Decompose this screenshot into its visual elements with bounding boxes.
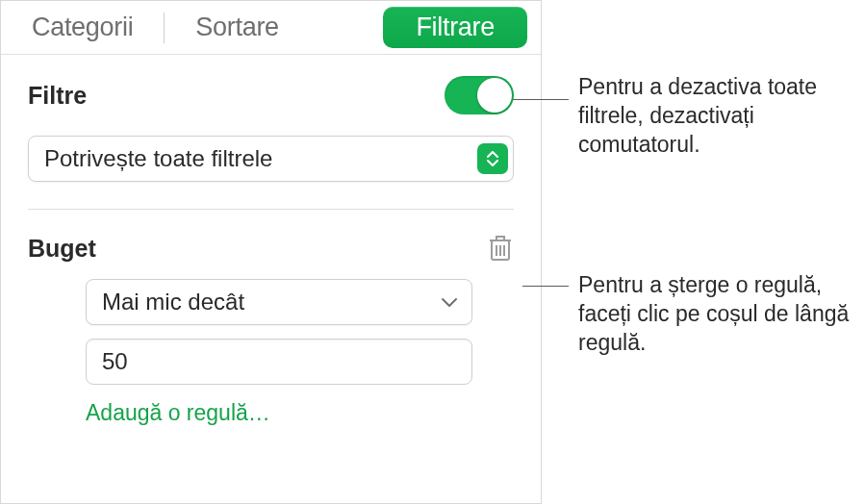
add-rule-link[interactable]: Adaugă o regulă… [86,400,514,426]
filters-toggle[interactable] [445,76,514,114]
filters-heading: Filtre [28,82,87,110]
callout-toggle: Pentru a dezactiva toate filtrele, dezac… [578,73,848,160]
filter-panel: Categorii Sortare Filtrare Filtre Potriv… [0,0,542,504]
match-mode-select[interactable]: Potrivește toate filtrele [28,136,514,182]
tab-bar: Categorii Sortare Filtrare [1,1,541,55]
toggle-knob [477,78,512,113]
callout-line [513,99,569,100]
tab-separator [164,13,165,43]
tab-categories[interactable]: Categorii [14,7,150,48]
tab-sort[interactable]: Sortare [178,7,295,48]
callout-trash: Pentru a șterge o regulă, faceți clic pe… [578,271,857,358]
trash-icon[interactable] [487,233,514,264]
chevron-down-icon [441,296,458,308]
operator-value: Mai mic decât [102,289,244,315]
stepper-arrows-icon [477,143,508,174]
value-input[interactable] [86,339,472,385]
operator-select[interactable]: Mai mic decât [86,279,472,325]
divider [28,209,514,210]
callouts-layer: Pentru a dezactiva toate filtrele, dezac… [542,0,865,504]
match-mode-value: Potrivește toate filtrele [44,145,272,172]
tab-filter[interactable]: Filtrare [383,7,527,48]
callout-line [522,286,569,287]
rule-column-label: Buget [28,235,96,263]
